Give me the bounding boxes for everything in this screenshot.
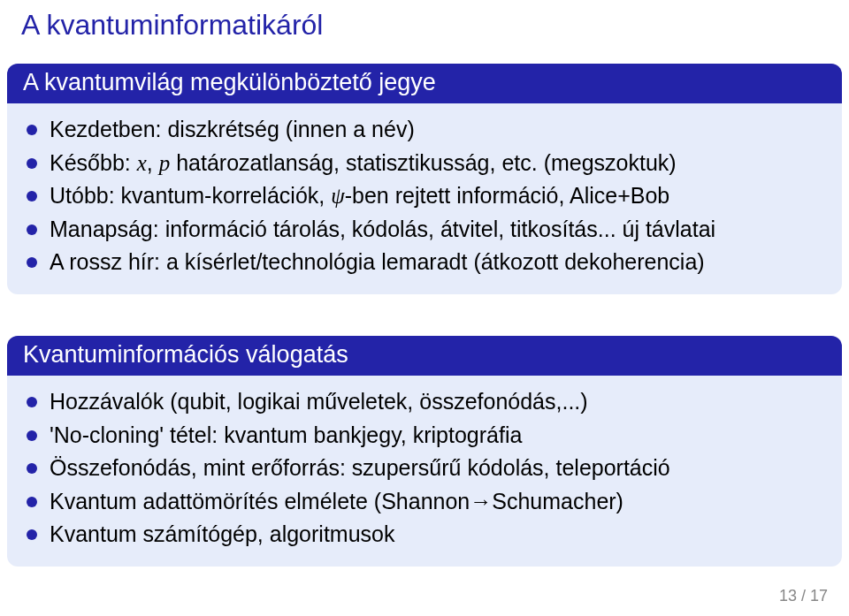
- bullet-icon: [27, 125, 37, 135]
- slide-title: A kvantuminformatikáról: [21, 9, 323, 42]
- item-text: Kezdetben: diszkrétség (innen a név): [50, 114, 822, 146]
- item-text: Hozzávalók (qubit, logikai műveletek, ös…: [50, 386, 822, 418]
- list-item: Kvantum adattömörítés elmélete (Shannon→…: [27, 486, 822, 518]
- block-2: Kvantuminformációs válogatás Hozzávalók …: [0, 336, 849, 567]
- bullet-icon: [27, 191, 37, 202]
- list-item: Hozzávalók (qubit, logikai műveletek, ös…: [27, 386, 822, 418]
- list-item: Kezdetben: diszkrétség (innen a név): [27, 114, 822, 146]
- item-text: 'No-cloning' tétel: kvantum bankjegy, kr…: [50, 420, 822, 452]
- bullet-icon: [27, 224, 37, 235]
- bullet-icon: [27, 158, 37, 169]
- item-text: Kvantum számítógép, algoritmusok: [50, 519, 822, 551]
- list-item: Később: x, p határozatlanság, statisztik…: [27, 148, 822, 179]
- block-1-title: A kvantumvilág megkülönböztető jegye: [7, 64, 842, 103]
- list-item: Utóbb: kvantum-korrelációk, ψ-ben rejtet…: [27, 180, 822, 212]
- bullet-icon: [27, 257, 37, 268]
- item-text: Kvantum adattömörítés elmélete (Shannon→…: [50, 486, 822, 518]
- slide: A kvantuminformatikáról A kvantumvilág m…: [0, 0, 849, 616]
- block-2-title: Kvantuminformációs válogatás: [7, 336, 842, 376]
- bullet-icon: [27, 529, 37, 540]
- block-1: A kvantumvilág megkülönböztető jegye Kez…: [0, 64, 849, 294]
- block-1-body: Kezdetben: diszkrétség (innen a név) Kés…: [7, 103, 842, 294]
- bullet-icon: [27, 397, 37, 407]
- bullet-icon: [27, 430, 37, 441]
- item-text: Összefonódás, mint erőforrás: szupersűrű…: [50, 452, 822, 484]
- item-text: Utóbb: kvantum-korrelációk, ψ-ben rejtet…: [50, 180, 822, 212]
- page-number: 13 / 17: [779, 587, 828, 605]
- block-2-body: Hozzávalók (qubit, logikai műveletek, ös…: [7, 376, 842, 567]
- bullet-icon: [27, 497, 37, 507]
- list-item: Manapság: információ tárolás, kódolás, á…: [27, 214, 822, 246]
- bullet-icon: [27, 463, 37, 474]
- list-item: A rossz hír: a kísérlet/technológia lema…: [27, 247, 822, 278]
- list-item: 'No-cloning' tétel: kvantum bankjegy, kr…: [27, 420, 822, 452]
- item-text: Manapság: információ tárolás, kódolás, á…: [50, 214, 822, 246]
- item-text: Később: x, p határozatlanság, statisztik…: [50, 148, 822, 179]
- list-item: Összefonódás, mint erőforrás: szupersűrű…: [27, 452, 822, 484]
- item-text: A rossz hír: a kísérlet/technológia lema…: [50, 247, 822, 278]
- list-item: Kvantum számítógép, algoritmusok: [27, 519, 822, 551]
